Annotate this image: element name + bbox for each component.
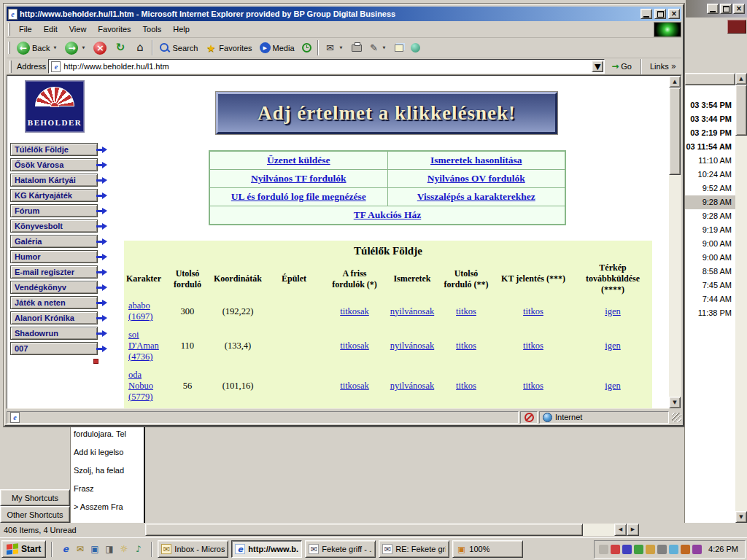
message-time[interactable]: 7:45 AM — [685, 279, 735, 292]
sidebar-item[interactable]: E-mail regiszter — [10, 265, 98, 279]
forward-button[interactable] — [61, 39, 90, 57]
toolbar-grip[interactable] — [9, 61, 12, 73]
map-forward-link[interactable]: igen — [605, 306, 621, 316]
quick-launch-icon[interactable]: ♪ — [132, 543, 144, 556]
resize-grip[interactable] — [672, 413, 681, 422]
history-button[interactable] — [298, 39, 315, 57]
character-link[interactable]: soi D'Aman (4736) — [128, 330, 159, 362]
minimize-button[interactable] — [640, 9, 652, 19]
tray-icon[interactable] — [634, 545, 643, 554]
scrollbar-track[interactable] — [669, 175, 681, 397]
fresh-turns-link[interactable]: titkosak — [340, 341, 369, 351]
address-value[interactable]: http://www.beholder.hu/l1.htm — [63, 62, 589, 71]
quick-link[interactable]: Nyilvános OV fordulók — [427, 173, 525, 184]
scroll-right-icon[interactable] — [627, 524, 639, 536]
task-button[interactable]: ✉ Inbox - Micros... — [158, 540, 228, 558]
kt-report-link[interactable]: titkos — [523, 381, 543, 391]
menu-item[interactable]: Edit — [38, 23, 63, 36]
scroll-up-icon[interactable] — [735, 73, 747, 85]
scrollbar-thumb[interactable] — [669, 88, 681, 175]
sidebar-item[interactable]: Ősök Városa — [10, 158, 98, 171]
scroll-up-icon[interactable] — [669, 76, 681, 88]
tray-icon[interactable] — [646, 545, 655, 554]
print-button[interactable] — [348, 39, 365, 57]
discuss-button[interactable] — [391, 39, 407, 57]
message-time[interactable]: 7:44 AM — [685, 292, 735, 306]
sidebar-item[interactable]: Fórum — [10, 204, 98, 217]
message-time[interactable]: 10:24 AM — [685, 168, 735, 182]
menu-item[interactable]: Help — [167, 23, 196, 36]
message-time[interactable]: 9:28 AM — [685, 195, 735, 209]
stop-button[interactable] — [90, 39, 110, 57]
scrollbar-thumb[interactable] — [735, 85, 747, 136]
minimize-button[interactable] — [707, 4, 719, 14]
character-link[interactable]: oda Nobuo (5779) — [128, 370, 153, 402]
tray-icon[interactable] — [681, 545, 690, 554]
sidebar-item[interactable]: Hatalom Kártyái — [10, 174, 98, 187]
beholder-logo[interactable]: BEHOLDER — [25, 80, 85, 133]
tray-icon[interactable] — [622, 545, 632, 554]
tray-icon[interactable] — [599, 545, 608, 554]
map-forward-link[interactable]: igen — [605, 341, 621, 351]
fresh-turns-link[interactable]: titkosak — [340, 381, 369, 391]
tray-icon[interactable] — [692, 545, 702, 554]
message-time[interactable]: 03 11:54 AM — [685, 140, 735, 154]
message-time[interactable]: 03 2:19 PM — [685, 126, 735, 140]
knowledge-link[interactable]: nyilvánosak — [390, 306, 434, 316]
tray-icon[interactable] — [611, 545, 620, 554]
message-time[interactable]: 8:58 AM — [685, 265, 735, 279]
kt-report-link[interactable]: titkos — [523, 306, 543, 316]
outlook-vertical-scrollbar[interactable] — [735, 73, 747, 523]
message-time[interactable]: 9:19 AM — [685, 223, 735, 237]
shortcuts-button[interactable]: My Shortcuts — [0, 489, 70, 506]
quick-launch-icon[interactable]: ▣ — [88, 543, 101, 556]
sidebar-item[interactable]: 007 — [10, 342, 98, 355]
task-button[interactable]: e http://www.b... — [231, 540, 302, 558]
message-time[interactable]: 11:38 PM — [685, 306, 735, 320]
task-button[interactable]: ▣ 100% — [452, 540, 523, 558]
knowledge-link[interactable]: nyilvánosak — [390, 341, 434, 351]
menu-item[interactable]: File — [13, 23, 38, 36]
sidebar-item[interactable]: Játék a neten — [10, 296, 98, 309]
fresh-turns-link[interactable]: titkosak — [340, 306, 369, 316]
menu-item[interactable]: Tools — [137, 23, 168, 36]
background-window-titlebar[interactable]: × — [686, 0, 747, 18]
quick-link[interactable]: Ismeretek hasonlítása — [430, 155, 522, 166]
quick-link[interactable]: TF Aukciós Ház — [354, 209, 422, 220]
kt-report-link[interactable]: titkos — [523, 341, 543, 351]
message-time[interactable]: 9:52 AM — [685, 182, 735, 195]
scroll-down-icon[interactable] — [669, 397, 681, 408]
task-button[interactable]: ✉ RE: Fekete grif... — [379, 540, 449, 558]
last-turn-link[interactable]: titkos — [456, 381, 476, 391]
toolbar-grip[interactable] — [8, 23, 10, 36]
sidebar-item[interactable]: Túlélők Földje — [10, 143, 98, 156]
message-time[interactable]: 11:10 AM — [685, 154, 735, 168]
quick-link[interactable]: Üzenet küldése — [267, 155, 330, 166]
edit-button[interactable] — [365, 39, 391, 57]
sidebar-item[interactable]: Könyvesbolt — [10, 219, 98, 233]
sidebar-item[interactable]: Alanori Krónika — [10, 311, 98, 324]
page-vertical-scrollbar[interactable] — [669, 76, 681, 408]
refresh-button[interactable] — [110, 39, 130, 57]
sidebar-item[interactable]: Humor — [10, 250, 98, 263]
sidebar-item[interactable]: Vendégkönyv — [10, 281, 98, 294]
map-forward-link[interactable]: igen — [605, 381, 621, 391]
quick-launch-icon[interactable]: e — [59, 543, 71, 556]
sidebar-item[interactable]: KG Kártyajáték — [10, 189, 98, 202]
media-button[interactable]: Media — [256, 39, 298, 57]
message-time[interactable]: 9:00 AM — [685, 251, 735, 265]
knowledge-link[interactable]: nyilvánosak — [390, 381, 434, 391]
last-turn-link[interactable]: titkos — [456, 306, 476, 316]
sidebar-item[interactable]: Shadowrun — [10, 327, 98, 340]
menu-item[interactable]: View — [63, 23, 93, 36]
home-button[interactable] — [130, 39, 150, 57]
messenger-button[interactable] — [407, 39, 424, 57]
outlook-horizontal-scrollbar[interactable] — [145, 524, 639, 536]
banner-ad[interactable]: Adj értelmet a klikkelésnek! — [216, 92, 557, 134]
favorites-button[interactable]: Favorites — [201, 39, 255, 57]
message-list-column-header[interactable] — [684, 73, 735, 85]
maximize-button[interactable] — [654, 9, 666, 19]
quick-launch-icon[interactable]: ◨ — [103, 543, 115, 556]
scroll-down-icon[interactable] — [735, 511, 747, 523]
quick-link[interactable]: Visszalépés a karakterekhez — [417, 191, 535, 202]
